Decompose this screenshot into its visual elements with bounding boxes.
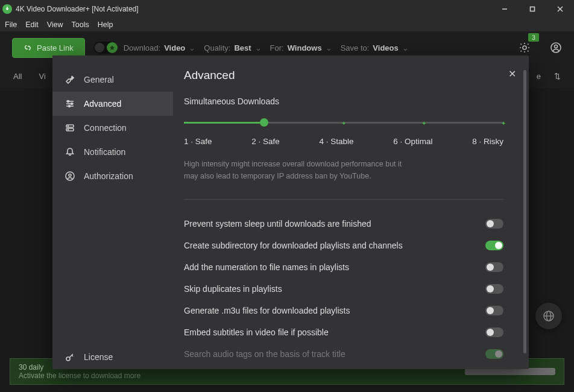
filter-video-partial[interactable]: Vi xyxy=(39,72,45,81)
toggle-label: Embed subtitles in video file if possibl… xyxy=(184,327,329,337)
smart-mode-toggle[interactable] xyxy=(93,42,115,54)
toggle-label: Add the numeration to file names in play… xyxy=(184,262,349,272)
sidebar-item-label: Connection xyxy=(84,123,127,133)
toggle-switch[interactable] xyxy=(485,284,503,294)
chevron-down-icon: ⌄ xyxy=(255,43,262,52)
svg-point-18 xyxy=(68,126,69,127)
menubar: File Edit View Tools Help xyxy=(0,18,574,31)
toggle-row: Prevent system sleep until downloads are… xyxy=(184,213,503,235)
modal-content: ✕ Advanced Simultaneous Downloads ✦ ✦ ✦ … xyxy=(173,55,529,369)
server-icon xyxy=(65,122,75,133)
sidebar-item-label: Advanced xyxy=(84,99,121,109)
svg-point-15 xyxy=(69,106,71,107)
chevron-down-icon: ⌄ xyxy=(326,43,332,52)
sliders-icon xyxy=(65,98,75,109)
banner-line2: Activate the license to download more xyxy=(19,371,140,380)
minimize-button[interactable] xyxy=(491,0,519,18)
key-icon xyxy=(65,352,75,362)
sidebar-item-label: License xyxy=(84,352,113,362)
toggle-switch[interactable] xyxy=(485,262,503,272)
titlebar: 4K Video Downloader+ [Not Activated] xyxy=(0,0,574,18)
notification-badge[interactable]: 3 xyxy=(528,33,539,42)
slider-tick-label: 2 · Safe xyxy=(251,137,280,146)
slider-tick-label: 1 · Safe xyxy=(184,137,212,146)
svg-point-14 xyxy=(71,103,73,105)
toggle-switch[interactable] xyxy=(485,349,503,359)
toggle-switch[interactable] xyxy=(485,219,503,229)
toggle-switch[interactable] xyxy=(485,306,503,315)
quality-selector[interactable]: Quality: Best ⌄ xyxy=(204,43,261,52)
svg-point-4 xyxy=(523,46,526,49)
menu-file[interactable]: File xyxy=(1,19,20,30)
toggle-label: Search audio tags on the basis of track … xyxy=(184,349,345,359)
filter-right-partial[interactable]: e xyxy=(537,72,541,81)
chevron-down-icon: ⌄ xyxy=(402,43,409,52)
close-button[interactable] xyxy=(546,0,574,18)
toggle-label: Generate .m3u files for downloaded playl… xyxy=(184,306,350,315)
modal-title: Advanced xyxy=(184,69,503,82)
user-icon xyxy=(65,171,75,182)
toggle-row: Skip duplicates in playlists xyxy=(184,278,503,300)
sidebar-item-general[interactable]: General xyxy=(52,68,173,92)
sidebar-item-advanced[interactable]: Advanced xyxy=(52,92,173,116)
toggle-label: Skip duplicates in playlists xyxy=(184,284,282,294)
menu-tools[interactable]: Tools xyxy=(68,19,93,30)
gear-icon[interactable] xyxy=(519,42,531,54)
sidebar-item-license[interactable]: License xyxy=(52,345,173,369)
simultaneous-hint: High intensity might increase overall do… xyxy=(184,158,413,182)
sidebar-item-label: General xyxy=(84,75,114,84)
modal-sidebar: GeneralAdvancedConnectionNotificationAut… xyxy=(52,55,173,369)
slider-tick-label: 4 · Stable xyxy=(320,137,354,146)
toggle-row: Search audio tags on the basis of track … xyxy=(184,343,503,365)
svg-point-21 xyxy=(69,174,71,177)
sidebar-item-authorization[interactable]: Authorization xyxy=(52,164,173,188)
save-to-selector[interactable]: Save to: Videos ⌄ xyxy=(341,43,409,52)
divider xyxy=(184,199,503,200)
filter-all[interactable]: All xyxy=(13,72,22,81)
close-icon[interactable]: ✕ xyxy=(505,66,519,81)
for-selector[interactable]: For: Windows ⌄ xyxy=(270,43,332,52)
toggle-row: Generate .m3u files for downloaded playl… xyxy=(184,300,503,321)
bell-icon xyxy=(65,147,75,157)
toggle-switch[interactable] xyxy=(485,241,503,250)
scrollbar-thumb[interactable] xyxy=(523,70,526,353)
maximize-button[interactable] xyxy=(519,0,546,18)
toggle-switch[interactable] xyxy=(485,327,503,337)
toggle-label: Create subdirectory for downloaded playl… xyxy=(184,241,403,250)
user-icon[interactable] xyxy=(550,42,562,54)
language-globe-button[interactable] xyxy=(535,303,562,329)
menu-edit[interactable]: Edit xyxy=(22,19,42,30)
svg-point-13 xyxy=(68,101,69,103)
sidebar-item-connection[interactable]: Connection xyxy=(52,116,173,140)
wrench-icon xyxy=(65,74,75,85)
toggle-row: Create subdirectory for downloaded playl… xyxy=(184,235,503,256)
sidebar-item-label: Notification xyxy=(84,147,125,157)
svg-point-19 xyxy=(68,130,69,130)
svg-point-6 xyxy=(555,45,558,48)
slider-tick-label: 8 · Risky xyxy=(472,137,503,146)
svg-rect-1 xyxy=(531,7,535,11)
app-icon xyxy=(2,4,12,14)
paste-link-label: Paste Link xyxy=(37,43,74,52)
slider-tick-label: 6 · Optimal xyxy=(393,137,432,146)
menu-help[interactable]: Help xyxy=(94,19,117,30)
toggle-label: Prevent system sleep until downloads are… xyxy=(184,219,371,229)
sort-icon[interactable]: ⇅ xyxy=(554,72,561,81)
sidebar-item-label: Authorization xyxy=(84,171,133,181)
menu-view[interactable]: View xyxy=(43,19,67,30)
toggle-row: Add the numeration to file names in play… xyxy=(184,256,503,278)
simultaneous-slider[interactable]: ✦ ✦ ✦ 1 · Safe2 · Safe4 · Stable6 · Opti… xyxy=(184,122,503,146)
paste-link-button[interactable]: Paste Link xyxy=(12,38,85,58)
window-title: 4K Video Downloader+ [Not Activated] xyxy=(16,5,139,13)
download-selector[interactable]: Download: Video ⌄ xyxy=(124,43,196,52)
toggle-row: Embed subtitles in video file if possibl… xyxy=(184,321,503,343)
preferences-modal: GeneralAdvancedConnectionNotificationAut… xyxy=(52,55,529,369)
simultaneous-label: Simultaneous Downloads xyxy=(184,96,503,106)
chevron-down-icon: ⌄ xyxy=(189,43,195,52)
sidebar-item-notification[interactable]: Notification xyxy=(52,140,173,164)
